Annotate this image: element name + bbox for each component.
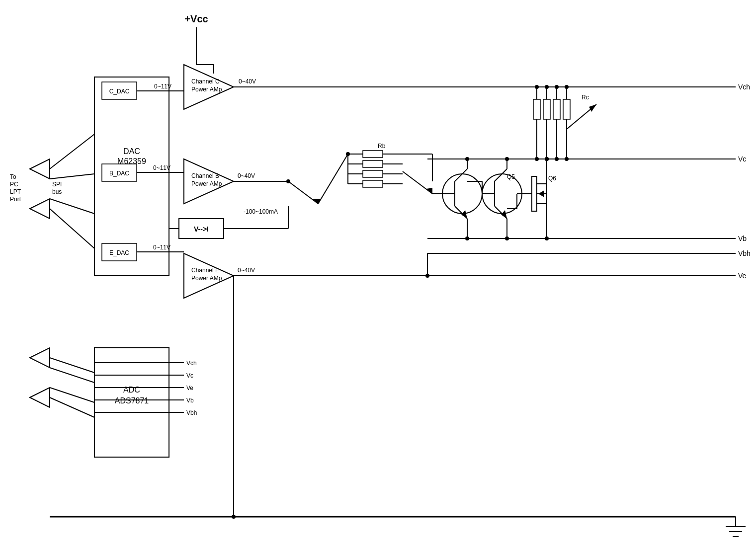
svg-text:0~40V: 0~40V (238, 267, 255, 274)
svg-point-181 (545, 157, 549, 161)
svg-point-118 (505, 236, 509, 240)
svg-text:Ve: Ve (738, 272, 747, 280)
svg-point-116 (465, 236, 469, 240)
svg-point-112 (505, 157, 509, 161)
svg-text:Power AMp: Power AMp (191, 180, 222, 187)
svg-text:Port: Port (10, 196, 21, 203)
svg-text:Q5: Q5 (507, 173, 515, 180)
vcc-label: +Vcc (184, 13, 208, 24)
svg-text:0~11V: 0~11V (153, 164, 170, 171)
svg-text:Vch: Vch (738, 83, 750, 91)
svg-text:Q6: Q6 (548, 175, 556, 182)
svg-text:Vb: Vb (738, 235, 747, 242)
svg-text:Vbh: Vbh (738, 249, 751, 257)
svg-text:Channel E: Channel E (191, 267, 219, 274)
svg-text:E_DAC: E_DAC (109, 249, 129, 256)
svg-point-176 (535, 85, 539, 89)
svg-text:Rb: Rb (378, 143, 386, 150)
svg-rect-0 (0, 0, 756, 550)
svg-text:LPT: LPT (10, 188, 21, 195)
svg-text:C_DAC: C_DAC (109, 88, 130, 95)
svg-text:B_DAC: B_DAC (109, 170, 129, 177)
svg-text:SPI: SPI (52, 181, 62, 188)
svg-point-185 (425, 274, 429, 278)
svg-point-177 (545, 85, 549, 89)
circuit-diagram: +Vcc Channel C Power AMp DAC M62359 C_DA… (0, 0, 756, 550)
svg-point-182 (555, 157, 559, 161)
svg-text:V-->I: V-->I (194, 225, 209, 233)
svg-text:ADS7871: ADS7871 (115, 396, 149, 405)
svg-text:Vbh: Vbh (186, 409, 197, 416)
svg-text:Vch: Vch (186, 360, 197, 367)
svg-point-180 (535, 157, 539, 161)
svg-text:To: To (10, 173, 16, 180)
svg-point-178 (555, 85, 559, 89)
svg-text:0~40V: 0~40V (238, 172, 255, 179)
svg-text:Channel B: Channel B (191, 172, 219, 179)
svg-text:0~40V: 0~40V (239, 78, 256, 85)
svg-point-110 (465, 157, 469, 161)
svg-point-183 (565, 157, 569, 161)
svg-text:Power AMp: Power AMp (191, 86, 222, 93)
svg-point-168 (232, 515, 236, 519)
svg-text:PC: PC (10, 181, 18, 188)
svg-point-179 (565, 85, 569, 89)
svg-text:Vb: Vb (186, 397, 194, 404)
svg-text:Vc: Vc (738, 155, 746, 163)
svg-text:Rc: Rc (582, 94, 589, 101)
svg-text:Channel C: Channel C (191, 78, 220, 85)
svg-text:ADC: ADC (123, 386, 140, 394)
svg-text:0~11V: 0~11V (154, 83, 171, 90)
svg-text:Power AMp: Power AMp (191, 275, 222, 282)
svg-text:0~11V: 0~11V (153, 244, 170, 251)
svg-text:bus: bus (52, 188, 62, 195)
svg-point-120 (545, 236, 549, 240)
svg-text:Vc: Vc (186, 372, 193, 379)
svg-text:Ve: Ve (186, 385, 193, 392)
svg-text:DAC: DAC (123, 147, 140, 156)
svg-text:-100~100mA: -100~100mA (244, 208, 278, 215)
